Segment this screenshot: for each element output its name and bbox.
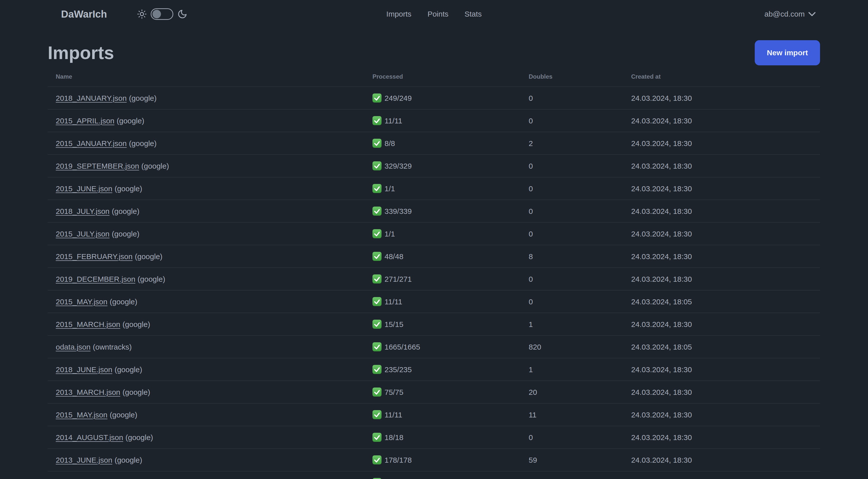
user-email: ab@cd.com bbox=[764, 10, 805, 18]
created-at bbox=[623, 471, 820, 479]
doubles-count: 1 bbox=[521, 358, 623, 381]
processed-count: 15/15 bbox=[384, 320, 403, 328]
doubles-count: 20 bbox=[521, 381, 623, 403]
theme-toggle[interactable] bbox=[151, 8, 173, 20]
processed-cell: 48/48 bbox=[365, 245, 521, 268]
import-file-link[interactable]: 2015_JULY.json bbox=[56, 230, 110, 238]
created-at: 24.03.2024, 18:30 bbox=[623, 313, 820, 335]
nav-link-points[interactable]: Points bbox=[428, 10, 448, 18]
import-file-link[interactable]: 2015_MARCH.json bbox=[56, 320, 120, 328]
processed-cell: 1/1 bbox=[365, 222, 521, 245]
processed-count: 249/249 bbox=[384, 94, 412, 102]
name-cell: 2015_JULY.json(google) bbox=[48, 222, 365, 245]
name-cell: 2014_AUGUST.json(google) bbox=[48, 426, 365, 449]
import-file-link[interactable]: 2018_JUNE.json bbox=[56, 365, 112, 374]
processed-cell: 249/249 bbox=[365, 87, 521, 109]
name-cell: 2015_JANUARY.json(google) bbox=[48, 132, 365, 155]
import-source-label: (google) bbox=[117, 117, 145, 125]
import-source-label: (owntracks) bbox=[93, 343, 132, 351]
processed-count: 48/48 bbox=[384, 252, 403, 261]
column-header-doubles: Doubles bbox=[521, 68, 623, 87]
import-source-label: (google) bbox=[142, 162, 169, 170]
column-header-name: Name bbox=[48, 68, 365, 87]
new-import-button[interactable]: New import bbox=[755, 40, 820, 65]
column-header-created-at: Created at bbox=[623, 68, 820, 87]
table-row bbox=[48, 471, 820, 479]
doubles-count: 0 bbox=[521, 200, 623, 222]
user-menu[interactable]: ab@cd.com bbox=[764, 10, 816, 18]
header-row: Name Processed Doubles Created at bbox=[48, 68, 820, 87]
doubles-count: 820 bbox=[521, 335, 623, 358]
import-file-link[interactable]: 2014_AUGUST.json bbox=[56, 433, 123, 442]
check-icon bbox=[372, 229, 381, 238]
check-icon bbox=[372, 410, 381, 419]
processed-count: 1665/1665 bbox=[384, 343, 420, 351]
import-file-link[interactable]: 2013_JUNE.json bbox=[56, 456, 112, 464]
processed-cell: 75/75 bbox=[365, 381, 521, 403]
nav-link-imports[interactable]: Imports bbox=[386, 10, 411, 18]
doubles-count: 0 bbox=[521, 87, 623, 109]
processed-cell: 11/11 bbox=[365, 403, 521, 426]
navbar-left: DaWarIch bbox=[61, 8, 187, 20]
created-at: 24.03.2024, 18:30 bbox=[623, 177, 820, 200]
import-file-link[interactable]: 2015_JANUARY.json bbox=[56, 139, 127, 148]
created-at: 24.03.2024, 18:30 bbox=[623, 200, 820, 222]
table-row: 2018_JANUARY.json(google) 249/249 0 24.0… bbox=[48, 87, 820, 109]
check-icon bbox=[372, 433, 381, 442]
import-file-link[interactable]: 2015_MAY.json bbox=[56, 411, 107, 419]
doubles-count: 0 bbox=[521, 290, 623, 313]
doubles-count: 0 bbox=[521, 222, 623, 245]
import-file-link[interactable]: 2018_JANUARY.json bbox=[56, 94, 127, 102]
app-root: DaWarIch Imports Points St bbox=[0, 0, 868, 479]
import-file-link[interactable]: 2019_SEPTEMBER.json bbox=[56, 162, 139, 170]
import-file-link[interactable]: 2015_FEBRUARY.json bbox=[56, 252, 133, 261]
import-file-link[interactable]: 2018_JULY.json bbox=[56, 207, 110, 215]
app-logo[interactable]: DaWarIch bbox=[61, 8, 107, 20]
created-at: 24.03.2024, 18:05 bbox=[623, 335, 820, 358]
nav-link-stats[interactable]: Stats bbox=[465, 10, 482, 18]
table-row: 2015_MAY.json(google) 11/11 0 24.03.2024… bbox=[48, 290, 820, 313]
import-file-link[interactable]: odata.json bbox=[56, 343, 90, 351]
import-file-link[interactable]: 2015_JUNE.json bbox=[56, 184, 112, 193]
processed-count: 11/11 bbox=[384, 411, 402, 419]
doubles-count: 0 bbox=[521, 109, 623, 132]
import-file-link[interactable]: 2019_DECEMBER.json bbox=[56, 275, 135, 283]
import-source-label: (google) bbox=[115, 456, 142, 464]
table-row: 2019_SEPTEMBER.json(google) 329/329 0 24… bbox=[48, 155, 820, 177]
table-row: 2014_AUGUST.json(google) 18/18 0 24.03.2… bbox=[48, 426, 820, 449]
import-source-label: (google) bbox=[123, 320, 150, 328]
import-file-link[interactable]: 2015_MAY.json bbox=[56, 298, 107, 306]
check-icon bbox=[372, 274, 381, 283]
created-at: 24.03.2024, 18:30 bbox=[623, 87, 820, 109]
check-icon bbox=[372, 207, 381, 216]
created-at: 24.03.2024, 18:30 bbox=[623, 358, 820, 381]
doubles-count: 0 bbox=[521, 268, 623, 290]
check-icon bbox=[372, 455, 381, 465]
check-icon bbox=[372, 161, 381, 170]
name-cell: 2015_MAY.json(google) bbox=[48, 290, 365, 313]
import-file-link[interactable]: 2015_APRIL.json bbox=[56, 117, 115, 125]
check-icon bbox=[372, 388, 381, 396]
import-file-link[interactable]: 2013_MARCH.json bbox=[56, 388, 120, 396]
check-icon bbox=[372, 184, 381, 193]
doubles-count: 1 bbox=[521, 313, 623, 335]
name-cell: 2018_JULY.json(google) bbox=[48, 200, 365, 222]
moon-icon bbox=[177, 9, 187, 19]
processed-cell: 271/271 bbox=[365, 268, 521, 290]
created-at: 24.03.2024, 18:30 bbox=[623, 426, 820, 449]
check-icon bbox=[372, 342, 381, 351]
check-icon bbox=[372, 93, 381, 102]
name-cell: 2015_MARCH.json(google) bbox=[48, 313, 365, 335]
created-at: 24.03.2024, 18:30 bbox=[623, 109, 820, 132]
processed-count: 11/11 bbox=[384, 117, 402, 125]
table-row: 2015_FEBRUARY.json(google) 48/48 8 24.03… bbox=[48, 245, 820, 268]
created-at: 24.03.2024, 18:30 bbox=[623, 132, 820, 155]
check-icon bbox=[372, 139, 381, 148]
name-cell: odata.json(owntracks) bbox=[48, 335, 365, 358]
check-icon bbox=[372, 297, 381, 306]
import-source-label: (google) bbox=[115, 365, 142, 374]
column-header-processed: Processed bbox=[365, 68, 521, 87]
theme-toggle-knob bbox=[152, 10, 161, 18]
check-icon bbox=[372, 478, 381, 479]
imports-table-body: 2018_JANUARY.json(google) 249/249 0 24.0… bbox=[48, 87, 820, 479]
